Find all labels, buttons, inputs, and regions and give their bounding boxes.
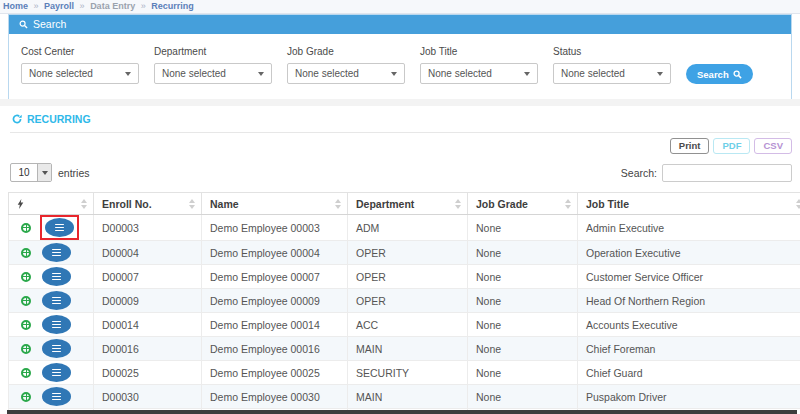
expand-plus-icon[interactable]	[21, 223, 31, 233]
filter-select-job-title[interactable]: None selected	[420, 63, 538, 84]
filter-select-cost-center[interactable]: None selected	[21, 63, 139, 84]
filter-select-value: None selected	[428, 68, 492, 79]
chevron-down-icon	[524, 72, 530, 76]
section-title-label: RECURRING	[27, 113, 91, 125]
sort-icon	[796, 199, 800, 209]
csv-button[interactable]: CSV	[754, 138, 792, 154]
cell-name: Demo Employee 00014	[202, 313, 348, 337]
refresh-icon	[12, 114, 22, 124]
print-button[interactable]: Print	[670, 138, 710, 154]
cell-job-grade: None	[468, 313, 578, 337]
hamburger-icon	[52, 297, 61, 304]
cell-job-title: Customer Service Officer	[578, 265, 800, 289]
recurring-table: Enroll No. Name Department Job Grade Job…	[8, 192, 800, 414]
sort-icon	[565, 199, 572, 209]
column-header-department[interactable]: Department	[348, 193, 468, 215]
cell-name: Demo Employee 00003	[202, 215, 348, 241]
row-actions-cell	[9, 215, 94, 241]
table-row: D00014 Demo Employee 00014 ACC None Acco…	[9, 313, 800, 337]
breadcrumb: Home » Payroll » Data Entry » Recurring	[0, 0, 800, 14]
cell-enroll-no: D00004	[94, 241, 202, 265]
table-controls-row: 10 entries Search:	[10, 163, 792, 182]
cell-job-grade: None	[468, 265, 578, 289]
hamburger-icon	[52, 273, 61, 280]
cell-department: SECURITY	[348, 361, 468, 385]
search-panel-header: Search	[9, 15, 791, 34]
cell-name: Demo Employee 00025	[202, 361, 348, 385]
chevron-down-icon	[258, 72, 264, 76]
recurring-panel: RECURRING Print PDF CSV 10 entries Searc…	[0, 106, 800, 410]
search-button-label: Search	[697, 69, 729, 80]
table-row: D00016 Demo Employee 00016 MAIN None Chi…	[9, 337, 800, 361]
filter-select-value: None selected	[29, 68, 93, 79]
breadcrumb-payroll[interactable]: Payroll	[44, 1, 74, 11]
cell-enroll-no: D00016	[94, 337, 202, 361]
row-actions-cell	[9, 361, 94, 385]
cell-enroll-no: D00014	[94, 313, 202, 337]
cell-department: ACC	[348, 313, 468, 337]
cell-department: OPER	[348, 265, 468, 289]
expand-plus-icon[interactable]	[21, 392, 31, 402]
menu-button-highlight	[40, 289, 73, 312]
table-row: D00030 Demo Employee 00030 MAIN None Pus…	[9, 385, 800, 409]
row-menu-button[interactable]	[42, 387, 71, 406]
cell-department: OPER	[348, 289, 468, 313]
filter-select-job-grade[interactable]: None selected	[287, 63, 405, 84]
filter-select-value: None selected	[295, 68, 359, 79]
row-actions-cell	[9, 241, 94, 265]
window-bottom-edge	[7, 410, 797, 414]
expand-plus-icon[interactable]	[21, 320, 31, 330]
pdf-button[interactable]: PDF	[713, 138, 750, 154]
cell-name: Demo Employee 00030	[202, 385, 348, 409]
breadcrumb-recurring[interactable]: Recurring	[151, 1, 194, 11]
column-header-actions[interactable]	[9, 193, 94, 215]
cell-department: OPER	[348, 241, 468, 265]
filters-row: Cost Center None selected Department Non…	[21, 46, 671, 84]
row-menu-button[interactable]	[42, 291, 71, 310]
expand-plus-icon[interactable]	[21, 272, 31, 282]
table-row: D00025 Demo Employee 00025 SECURITY None…	[9, 361, 800, 385]
table-row: D00004 Demo Employee 00004 OPER None Ope…	[9, 241, 800, 265]
breadcrumb-separator: »	[80, 1, 85, 11]
hamburger-icon	[52, 321, 61, 328]
search-filter-panel: Search Cost Center None selected Departm…	[8, 14, 792, 101]
row-menu-button[interactable]	[42, 315, 71, 334]
hamburger-icon	[52, 393, 61, 400]
row-actions-cell	[9, 265, 94, 289]
expand-plus-icon[interactable]	[21, 344, 31, 354]
sort-icon	[335, 199, 342, 209]
search-icon	[19, 20, 28, 29]
expand-plus-icon[interactable]	[21, 368, 31, 378]
row-menu-button[interactable]	[42, 363, 71, 382]
row-actions-cell	[9, 337, 94, 361]
entries-select[interactable]: 10	[10, 163, 52, 182]
expand-plus-icon[interactable]	[21, 296, 31, 306]
row-menu-button[interactable]	[42, 339, 71, 358]
menu-button-highlight	[40, 385, 73, 408]
row-menu-button[interactable]	[45, 218, 74, 237]
column-header-job-title[interactable]: Job Title	[578, 193, 800, 215]
menu-button-highlight	[40, 337, 73, 360]
column-header-label: Name	[210, 198, 239, 210]
chevron-down-icon	[391, 72, 397, 76]
row-menu-button[interactable]	[42, 267, 71, 286]
column-header-enroll-no[interactable]: Enroll No.	[94, 193, 202, 215]
search-panel-title: Search	[33, 15, 66, 34]
filter-group: Department None selected	[154, 46, 272, 84]
column-header-job-grade[interactable]: Job Grade	[468, 193, 578, 215]
cell-job-title: Chief Foreman	[578, 337, 800, 361]
column-header-label: Department	[356, 198, 414, 210]
filter-select-department[interactable]: None selected	[154, 63, 272, 84]
breadcrumb-home[interactable]: Home	[3, 1, 28, 11]
search-button[interactable]: Search	[686, 64, 753, 84]
chevron-down-icon	[37, 164, 51, 181]
expand-plus-icon[interactable]	[21, 248, 31, 258]
cell-name: Demo Employee 00004	[202, 241, 348, 265]
row-menu-button[interactable]	[42, 243, 71, 262]
column-header-label: Enroll No.	[102, 198, 152, 210]
filter-group: Status None selected	[553, 46, 671, 84]
table-search-input[interactable]	[662, 164, 792, 182]
filter-select-status[interactable]: None selected	[553, 63, 671, 84]
filter-group: Job Grade None selected	[287, 46, 405, 84]
column-header-name[interactable]: Name	[202, 193, 348, 215]
